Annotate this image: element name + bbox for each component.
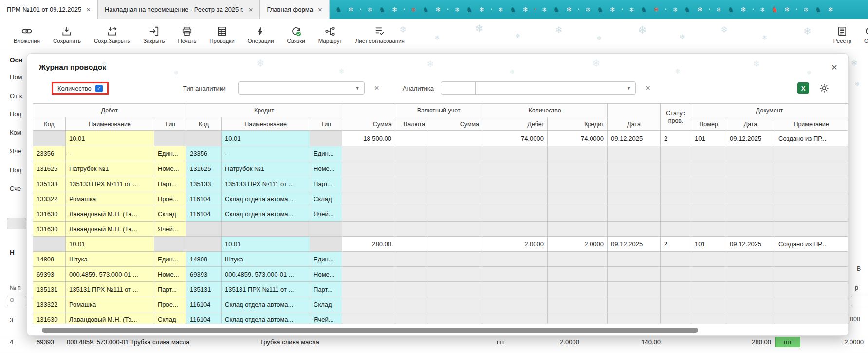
- posting-cell[interactable]: 2: [661, 237, 691, 252]
- posting-cell[interactable]: 09.12.2025: [608, 131, 661, 146]
- toolbar-refresh-button[interactable]: Обн: [864, 26, 868, 44]
- posting-cell[interactable]: [428, 131, 482, 146]
- analytics-type-clear-icon[interactable]: ×: [374, 83, 379, 93]
- posting-cell[interactable]: [691, 297, 726, 312]
- posting-cell[interactable]: [395, 267, 428, 282]
- posting-cell[interactable]: 09.12.2025: [608, 237, 661, 252]
- posting-cell[interactable]: [775, 222, 848, 237]
- posting-cell[interactable]: [691, 222, 726, 237]
- posting-row-detail[interactable]: 69393000.4859. 573.000-01 ...Номе...6939…: [33, 267, 848, 282]
- bg-cell-name[interactable]: 000.4859. 573.000-01 Трубка слива масла: [67, 338, 189, 346]
- posting-cell[interactable]: [342, 161, 395, 176]
- posting-cell[interactable]: [482, 161, 548, 176]
- posting-cell[interactable]: [428, 282, 482, 297]
- tab-main-form[interactable]: Главная форма ×: [260, 0, 329, 19]
- posting-cell[interactable]: 133322: [33, 191, 66, 206]
- posting-cell[interactable]: Един...: [154, 252, 186, 267]
- bg-cell-sum[interactable]: 280.00: [739, 338, 771, 346]
- posting-cell[interactable]: [775, 267, 848, 282]
- posting-cell[interactable]: 101: [691, 131, 726, 146]
- posting-cell[interactable]: [342, 297, 395, 312]
- bg-unit-cell-highlighted[interactable]: шт: [775, 337, 800, 347]
- posting-cell[interactable]: Един...: [310, 252, 342, 267]
- posting-cell[interactable]: 18 500.00: [342, 131, 395, 146]
- posting-cell[interactable]: [548, 222, 608, 237]
- settings-gear-icon[interactable]: [819, 83, 830, 93]
- posting-cell[interactable]: [395, 131, 428, 146]
- posting-cell[interactable]: [342, 176, 395, 191]
- posting-cell[interactable]: [482, 267, 548, 282]
- posting-row-detail[interactable]: 135131135131 ПРХ №111 от ...Парт...13513…: [33, 282, 848, 297]
- posting-cell[interactable]: 135131: [186, 282, 222, 297]
- posting-cell[interactable]: [608, 161, 661, 176]
- posting-cell[interactable]: [428, 191, 482, 206]
- posting-cell[interactable]: [775, 297, 848, 312]
- posting-cell[interactable]: Лавандовый М.Н. (Та...: [66, 206, 154, 222]
- posting-cell[interactable]: [222, 222, 310, 237]
- posting-cell[interactable]: 000.4859. 573.000-01 ...: [66, 267, 154, 282]
- posting-cell[interactable]: 116104: [186, 206, 222, 222]
- posting-cell[interactable]: [428, 146, 482, 161]
- toolbar-links-button[interactable]: Связки: [287, 26, 305, 44]
- posting-cell[interactable]: [691, 267, 726, 282]
- posting-cell[interactable]: [548, 146, 608, 161]
- posting-cell[interactable]: 135133: [186, 176, 222, 191]
- posting-cell[interactable]: [691, 176, 726, 191]
- posting-cell[interactable]: Склад: [154, 312, 186, 324]
- analytics-select[interactable]: ▼: [475, 81, 636, 95]
- posting-cell[interactable]: 14809: [33, 252, 66, 267]
- posting-cell[interactable]: [482, 312, 548, 324]
- posting-cell[interactable]: 69393: [186, 267, 222, 282]
- posting-row-group[interactable]: 10.0110.0118 500.0074.000074.000009.12.2…: [33, 131, 848, 146]
- posting-cell[interactable]: [395, 222, 428, 237]
- tab-close-icon[interactable]: ×: [318, 6, 322, 13]
- posting-cell[interactable]: [661, 161, 691, 176]
- posting-cell[interactable]: [726, 176, 775, 191]
- posting-cell[interactable]: [428, 161, 482, 176]
- posting-cell[interactable]: [691, 161, 726, 176]
- posting-cell[interactable]: [342, 206, 395, 222]
- tab-prm-document[interactable]: ПРМ №101 от 09.12.2025 ×: [0, 0, 98, 19]
- posting-cell[interactable]: Един...: [310, 146, 342, 161]
- tab-close-icon[interactable]: ×: [86, 6, 91, 13]
- posting-cell[interactable]: [395, 191, 428, 206]
- posting-cell[interactable]: [342, 191, 395, 206]
- posting-cell[interactable]: [186, 237, 222, 252]
- posting-cell[interactable]: [608, 312, 661, 324]
- posting-cell[interactable]: [395, 282, 428, 297]
- posting-cell[interactable]: [691, 146, 726, 161]
- posting-cell[interactable]: 23356: [33, 146, 66, 161]
- horizontal-scrollbar-thumb[interactable]: [42, 328, 698, 333]
- posting-cell[interactable]: [342, 252, 395, 267]
- posting-cell[interactable]: [775, 146, 848, 161]
- posting-cell[interactable]: 69393: [33, 267, 66, 282]
- tab-transfer-registry[interactable]: Накладная на перемещение - Реестр за 202…: [98, 0, 260, 19]
- posting-cell[interactable]: [608, 222, 661, 237]
- posting-cell[interactable]: [608, 206, 661, 222]
- posting-cell[interactable]: Склад: [310, 191, 342, 206]
- posting-cell[interactable]: Создано из ПР...: [775, 131, 848, 146]
- posting-cell[interactable]: [726, 282, 775, 297]
- posting-cell[interactable]: [482, 222, 548, 237]
- posting-cell[interactable]: [726, 191, 775, 206]
- posting-cell[interactable]: [661, 146, 691, 161]
- posting-cell[interactable]: [608, 252, 661, 267]
- posting-cell[interactable]: Ячей...: [310, 312, 342, 324]
- bg-filter-input[interactable]: Ф: [7, 296, 26, 306]
- posting-cell[interactable]: 135133 ПРХ №111 от ...: [66, 176, 154, 191]
- posting-cell[interactable]: Лавандовый М.Н. (Та...: [66, 222, 154, 237]
- posting-cell[interactable]: 131625: [186, 161, 222, 176]
- posting-cell[interactable]: 131630: [33, 222, 66, 237]
- toolbar-save-close-button[interactable]: Сохр.Закрыть: [94, 26, 130, 44]
- posting-cell[interactable]: 135131: [33, 282, 66, 297]
- posting-cell[interactable]: [608, 191, 661, 206]
- posting-cell[interactable]: Номе...: [310, 161, 342, 176]
- posting-cell[interactable]: Патрубок №1: [222, 161, 310, 176]
- posting-cell[interactable]: 131630: [33, 206, 66, 222]
- bg-cell-price[interactable]: 140.00: [630, 338, 661, 346]
- posting-cell[interactable]: [482, 191, 548, 206]
- posting-cell[interactable]: [661, 282, 691, 297]
- posting-cell[interactable]: [608, 146, 661, 161]
- posting-row-detail[interactable]: 131630Лавандовый М.Н. (Та...Ячей...: [33, 222, 848, 237]
- posting-cell[interactable]: [428, 222, 482, 237]
